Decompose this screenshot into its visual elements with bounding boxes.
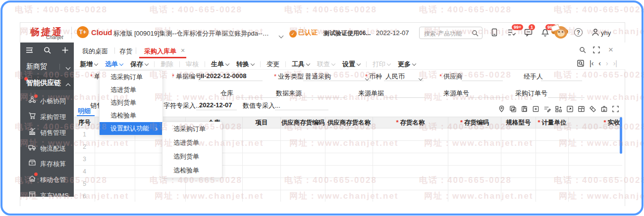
menu-item-set-default[interactable]: 设置默认功能 [100,122,162,135]
toolbar-save-button[interactable]: 保存 [130,60,148,69]
grid-cell[interactable] [186,190,243,202]
row-number[interactable]: 5 [74,178,95,190]
grid-cell[interactable] [325,129,373,140]
grid-row[interactable]: 2 [74,141,622,153]
grid-cell[interactable] [569,178,622,190]
grid-cell[interactable] [448,141,501,153]
grid-cell[interactable] [536,178,569,190]
toolbar-audit-button[interactable]: 审核 [186,60,199,69]
row-number[interactable]: 6 [74,190,95,202]
grid-cell[interactable] [536,129,569,140]
row-number[interactable]: 4 [74,166,95,177]
grid-cell[interactable] [281,166,325,177]
username[interactable]: yhy [601,29,611,37]
src-doc-input[interactable] [384,89,425,98]
grid-cell[interactable] [281,129,325,140]
row-number[interactable]: 2 [74,141,95,153]
toolbar-change-button[interactable]: 变更 [267,60,279,69]
row-number[interactable]: 1 [74,129,95,140]
submenu-item-select-arrival-doc[interactable]: 选到货单 [162,150,222,164]
insert-row-icon[interactable] [555,105,562,113]
toolbar-generate-button[interactable]: 生单 [211,60,229,69]
grid-cell[interactable] [448,178,501,190]
grid-cell[interactable] [186,178,243,190]
grid-cell[interactable] [135,178,186,190]
toolbar-new-button[interactable]: 新增 [80,60,98,69]
grid-cell[interactable] [281,190,325,202]
grid-cell[interactable] [373,129,448,140]
grid-cell[interactable] [325,178,373,190]
grid-cell[interactable] [325,141,373,153]
message-icon[interactable]: 1 [524,28,534,38]
grid-column-header[interactable]: 计量单位 [536,117,569,128]
tab-search-icon[interactable] [579,46,587,54]
sidebar-group-supply-chain[interactable]: 智能供应链 [20,75,74,90]
currency-select[interactable] [384,72,424,81]
copy-add-icon[interactable] [509,105,517,113]
export-icon[interactable] [566,105,574,113]
grid-cell[interactable] [95,190,135,202]
grid-cell[interactable] [501,141,536,153]
grid-cell[interactable] [325,166,373,177]
grid-column-header[interactable]: 存货名称 [373,117,448,128]
toolbar-more-button[interactable]: 更多 [398,60,416,69]
grid-cell[interactable] [569,141,622,153]
grid-cell[interactable] [536,190,569,202]
grid-vertical-scrollbar[interactable] [620,117,622,154]
locate-row-icon[interactable] [498,105,505,113]
src-no-input[interactable] [470,89,506,98]
grid-cell[interactable] [501,153,536,165]
next-record-icon[interactable]: › [606,59,608,67]
tab-purchase-inbound[interactable]: 采购入库单 [144,47,176,56]
grid-cell[interactable] [373,141,448,153]
grid-cell[interactable] [135,190,186,202]
grid-cell[interactable] [325,190,373,202]
toolbar-print-button[interactable]: 打印 [373,60,390,69]
layout-add-icon[interactable] [578,105,585,113]
grid-column-header[interactable]: 实收数量 [569,117,622,128]
grid-column-header[interactable]: 规格型号 [501,117,536,128]
grid-cell[interactable] [448,166,501,177]
biz-type-select[interactable] [303,72,371,81]
grid-cell[interactable] [325,153,373,165]
grid-cell[interactable] [569,153,622,165]
doc-search-icon[interactable] [577,59,585,67]
mascot-monkey-icon[interactable] [551,25,568,40]
grid-cell[interactable] [569,166,622,177]
grid-column-header[interactable]: 存货编码 [448,117,501,128]
search-icon[interactable] [471,29,479,37]
char-custom-input[interactable] [196,101,237,110]
supplier-input[interactable] [462,72,503,81]
sidebar-item-jd-wms[interactable]: 京东WMS [20,187,74,197]
menu-item-select-incoming-doc[interactable]: 选进货单 [100,84,162,96]
grid-cell[interactable] [243,178,281,190]
sidebar-item-collab[interactable]: 小畅协同 [20,93,74,108]
toolbar-settings-button[interactable]: 设置 [342,60,360,69]
doc-no-input[interactable] [198,72,263,81]
sidebar-item-logistics[interactable]: 物流配送 [20,140,74,155]
user-avatar-icon[interactable] [591,28,601,38]
grid-cell[interactable] [243,190,281,202]
row-number[interactable]: 3 [74,153,95,165]
grid-cell[interactable] [373,166,448,177]
account-title[interactable]: [009019]集测--仓库标准分开单据立账异pda--开通友空... [134,29,274,38]
grid-cell[interactable] [243,166,281,177]
grid-column-header[interactable]: 项目 [243,117,281,128]
grid-cell[interactable] [501,178,536,190]
grid-column-header[interactable]: 供应商存货名称 [325,117,373,128]
grid-cell[interactable] [448,129,501,140]
help-icon[interactable]: ? [574,28,583,37]
submenu-item-select-purchase-order[interactable]: 选采购订单 [162,122,222,136]
chevron-up-icon[interactable] [59,80,70,86]
grid-row[interactable]: 3 [74,153,622,166]
grid-cell[interactable] [536,166,569,177]
grid-cell[interactable] [243,141,281,153]
grid-cell[interactable] [536,141,569,153]
sidebar-item-sales[interactable]: 销售管理 [20,125,74,139]
menu-item-select-purchase-order[interactable]: 选采购订单 [100,71,162,84]
toolbar-select-doc-button[interactable]: 选单 [105,60,123,69]
tab-my-desktop[interactable]: 我的桌面 [82,47,108,56]
grid-column-header[interactable]: 序号 [74,117,95,128]
toolbar-convert-button[interactable]: 转换 [236,60,254,69]
chevron-down-icon[interactable] [59,64,70,70]
